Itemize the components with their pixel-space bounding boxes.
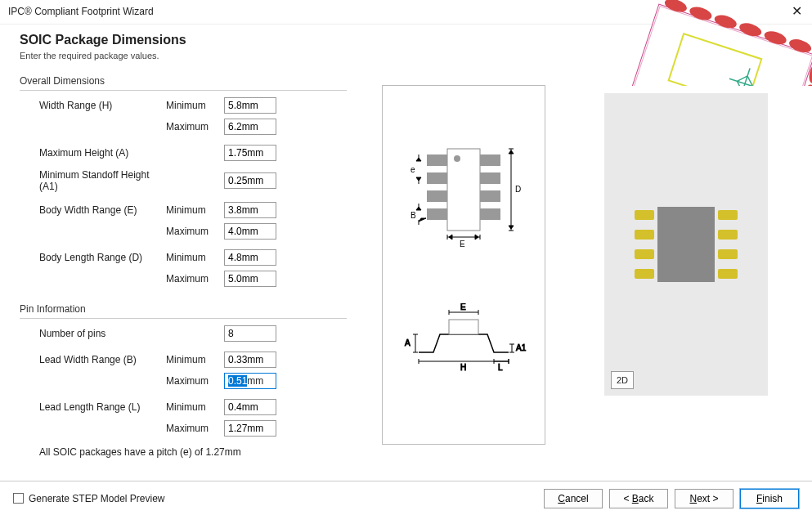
divider	[20, 318, 347, 319]
step-preview-label: Generate STEP Model Preview	[29, 493, 165, 504]
svg-text:H: H	[460, 363, 466, 372]
lead-length-max-input[interactable]	[224, 420, 276, 437]
lead-length-label: Lead Length Range (L)	[20, 401, 163, 413]
max-height-input[interactable]	[224, 145, 276, 161]
svg-rect-15	[427, 190, 447, 202]
num-pins-input[interactable]	[224, 325, 276, 342]
diagram-panel: e D B E A A1 E H	[347, 72, 580, 448]
body-width-label: Body Width Range (E)	[20, 204, 163, 216]
svg-rect-20	[480, 208, 500, 220]
svg-rect-19	[480, 190, 500, 202]
body-length-label: Body Length Range (D)	[20, 252, 163, 263]
svg-text:A1: A1	[516, 343, 527, 352]
lead-length-min-input[interactable]	[224, 399, 276, 415]
body-width-min-input[interactable]	[224, 202, 276, 218]
next-button[interactable]: Next >	[675, 489, 733, 508]
back-button[interactable]: < Back	[609, 489, 668, 508]
divider	[20, 90, 347, 91]
page-title: SOIC Package Dimensions	[20, 33, 792, 47]
svg-rect-25	[449, 320, 478, 334]
min-standoff-input[interactable]	[224, 172, 276, 189]
lead-width-min-input[interactable]	[224, 352, 276, 368]
maximum-label: Maximum	[163, 423, 224, 434]
footer: Generate STEP Model Preview Cancel < Bac…	[0, 481, 812, 515]
page-subtitle: Enter the required package values.	[20, 51, 792, 60]
svg-rect-11	[447, 149, 480, 231]
pitch-note: All SOIC packages have a pitch (e) of 1.…	[20, 446, 347, 458]
max-height-label: Maximum Height (A)	[20, 147, 163, 159]
view-2d-button[interactable]: 2D	[611, 371, 634, 389]
maximum-label: Maximum	[163, 273, 224, 284]
svg-text:A: A	[405, 338, 410, 347]
preview-panel: Preview 2D	[580, 72, 792, 448]
cancel-button[interactable]: Cancel	[544, 489, 603, 508]
lead-width-max-input[interactable]: 0.51mm	[224, 373, 276, 389]
minimum-label: Minimum	[163, 354, 224, 365]
svg-rect-17	[480, 154, 500, 166]
preview-body	[657, 207, 715, 282]
svg-text:B: B	[410, 211, 416, 220]
section-overall-title: Overall Dimensions	[20, 75, 347, 87]
diagram-box: e D B E A A1 E H	[382, 85, 545, 445]
window-title: IPC® Compliant Footprint Wizard	[8, 6, 154, 17]
lead-width-label: Lead Width Range (B)	[20, 354, 163, 365]
svg-point-12	[454, 155, 460, 162]
body-length-min-input[interactable]	[224, 249, 276, 266]
svg-text:E: E	[460, 303, 466, 311]
width-range-min-input[interactable]	[224, 97, 276, 114]
num-pins-label: Number of pins	[20, 328, 163, 339]
svg-text:E: E	[460, 240, 465, 249]
preview-canvas: 2D	[604, 93, 768, 396]
svg-rect-14	[427, 172, 447, 184]
titlebar: IPC® Compliant Footprint Wizard ✕	[0, 0, 812, 25]
finish-button[interactable]: Finish	[740, 489, 799, 508]
body-length-max-input[interactable]	[224, 271, 276, 287]
soic-side-diagram: A A1 E H L	[398, 303, 529, 393]
minimum-label: Minimum	[163, 401, 224, 413]
close-icon[interactable]: ✕	[788, 3, 805, 19]
width-range-label: Width Range (H)	[20, 100, 163, 111]
body-width-max-input[interactable]	[224, 223, 276, 240]
minimum-label: Minimum	[163, 204, 224, 216]
maximum-label: Maximum	[163, 375, 224, 387]
maximum-label: Maximum	[163, 121, 224, 132]
svg-text:e: e	[410, 165, 415, 174]
maximum-label: Maximum	[163, 226, 224, 237]
soic-top-diagram: e D B E	[402, 137, 525, 251]
step-preview-checkbox[interactable]	[13, 493, 24, 504]
page-header: SOIC Package Dimensions Enter the requir…	[0, 25, 812, 72]
minimum-label: Minimum	[163, 252, 224, 263]
svg-rect-16	[427, 208, 447, 220]
svg-rect-13	[427, 154, 447, 166]
svg-text:L: L	[498, 363, 503, 372]
svg-text:D: D	[515, 185, 521, 194]
min-standoff-label: Minimum Standoff Height (A1)	[20, 169, 163, 192]
svg-rect-18	[480, 172, 500, 184]
preview-label: Preview	[580, 72, 792, 83]
form-panel: Overall Dimensions Width Range (H) Minim…	[20, 72, 347, 448]
minimum-label: Minimum	[163, 100, 224, 111]
section-pin-title: Pin Information	[20, 303, 347, 315]
width-range-max-input[interactable]	[224, 119, 276, 135]
